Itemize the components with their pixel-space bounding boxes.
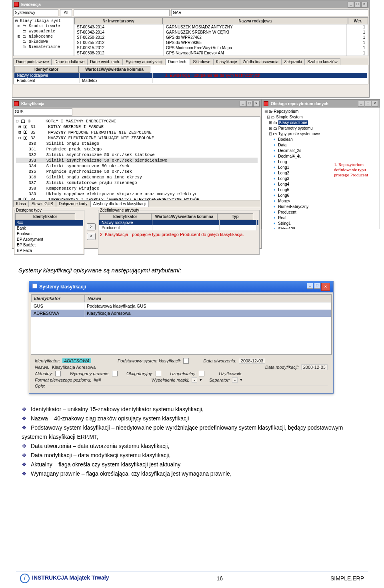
checkbox-uzup[interactable]: [199, 371, 204, 376]
modal-titlebar[interactable]: Systemy klasyfikacji _□×: [29, 281, 333, 292]
window-ewidencja: Ewidencja _□× Systemowy All GAR ⊟ Klasyf…: [12, 0, 370, 98]
filter-all[interactable]: All: [60, 9, 72, 16]
klas-tree[interactable]: ⊟ 🕮 3 KOTŁY I MASZYNY ENERGETYCZNE ⊞ 🕮 3…: [13, 116, 260, 200]
ewidencja-note: 3. Ewidencja - uzupełnianie danych techn…: [153, 73, 367, 78]
window-repo: Obsługa repozytorium danych _□× ⊟ 🗁 Repo…: [262, 99, 380, 229]
select-sep[interactable]: -: [232, 377, 238, 383]
filter-gar[interactable]: GAR: [171, 9, 368, 16]
tab-dane-ewid-rach[interactable]: Dane ewid. rach.: [87, 58, 123, 65]
col-nazwa[interactable]: Nazwa rodzajowa: [162, 18, 348, 24]
ewidencja-tabs[interactable]: Dane podstawowe Dane dodatkowe Dane ewid…: [13, 58, 368, 65]
col-wer[interactable]: Wer.: [348, 18, 368, 24]
modal-systemy-klasyfikacji: Systemy klasyfikacji _□× IdentyfikatorNa…: [29, 281, 334, 394]
opis-field[interactable]: [48, 386, 328, 386]
tab-szablon[interactable]: Szablon kosztów: [305, 58, 340, 65]
minimize-icon[interactable]: _: [348, 2, 354, 8]
tab-systemy-amort[interactable]: Systemy amortyzacji: [123, 58, 165, 65]
ewidencja-grid[interactable]: Nr inwentarzowy Nazwa rodzajowa Wer. ST-…: [74, 17, 368, 56]
page-footer: iINSTRUKCJA Majątek Trwały 16 SIMPLE.ERP: [0, 574, 384, 583]
repo-note: 1. Repozytorium - definiowanie typu pros…: [334, 162, 378, 178]
tab-skladowe[interactable]: Składowe: [190, 58, 213, 65]
title: Ewidencja: [21, 2, 41, 7]
checkbox-aktualny[interactable]: [55, 371, 61, 376]
move-left-button[interactable]: <: [87, 233, 96, 240]
klas-filter[interactable]: GUS: [13, 108, 72, 116]
tab-dane-dodatkowe[interactable]: Dane dodatkowe: [52, 58, 87, 65]
checkbox-oblig[interactable]: [156, 371, 161, 376]
move-right-button[interactable]: >: [87, 223, 96, 230]
window-klasyfikacja: Klasyfikacja _□× GUS ⊟ 🕮 3 KOTŁY I MASZY…: [12, 99, 262, 249]
intro-text: Systemy klasyfikacji opisywane są następ…: [18, 267, 181, 274]
ewidencja-tree[interactable]: ⊟ Klasyfikacja syst ⊞ 🗀 Środki trwałe 🗀 …: [13, 17, 74, 56]
checkbox-wymagany[interactable]: [112, 371, 118, 376]
checkbox-podst[interactable]: [183, 358, 189, 364]
select-wypmask[interactable]: -: [192, 377, 197, 383]
ident-value[interactable]: ADRESOWA: [62, 358, 91, 363]
close-icon[interactable]: ×: [361, 2, 368, 8]
subcol-id: Identyfikator: [14, 66, 78, 73]
filter-system[interactable]: Systemowy: [13, 9, 58, 16]
tab-zrodla[interactable]: Źródła finansowania: [240, 58, 282, 65]
maximize-icon[interactable]: □: [354, 2, 361, 8]
footer-right: SIMPLE.ERP: [330, 575, 364, 582]
klas-note: 2. Klasyfikacja - podpięcie typu prosteg…: [99, 230, 258, 238]
attribute-list: ❖Identyfikator – unikalny 15-znakowy ide…: [18, 405, 366, 479]
col-nr[interactable]: Nr inwentarzowy: [74, 18, 162, 24]
subrow-id[interactable]: Nazwy rodzajowe: [14, 73, 80, 78]
footer-rule: [16, 572, 368, 572]
tab-dane-tech[interactable]: Dane tech.: [165, 58, 190, 65]
titlebar-klas[interactable]: Klasyfikacja _□×: [12, 100, 261, 108]
page-number: 16: [216, 575, 223, 582]
repo-tree[interactable]: ⊟ 🗁 Repozytorium ⊟ 🗁 Simple System ⊞ 🗀 K…: [262, 108, 380, 229]
subcol-val: Wartość/Wyświetlana kolumna: [78, 66, 150, 73]
close-icon[interactable]: ×: [321, 283, 330, 291]
titlebar-repo[interactable]: Obsługa repozytorium danych _□×: [262, 100, 380, 108]
tab-zalaczniki[interactable]: Załączniki: [281, 58, 304, 65]
tab-dane-podstawowe[interactable]: Dane podstawowe: [13, 58, 52, 65]
info-icon: i: [20, 574, 30, 583]
tab-klasyfikacje[interactable]: Klasyfikacje: [213, 58, 240, 65]
klas-tabs[interactable]: Klasa Stawki GUS Dołączone karty Atrybut…: [13, 200, 260, 207]
titlebar-ewidencja[interactable]: Ewidencja _□×: [12, 0, 369, 8]
